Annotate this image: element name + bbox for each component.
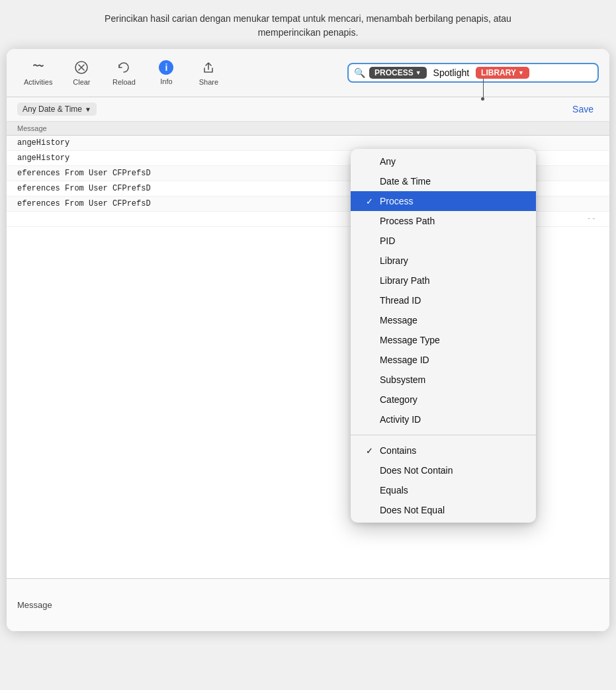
menu-item-category-label: Category [380, 394, 418, 405]
menu-item-activity-id[interactable]: Activity ID [351, 410, 536, 429]
menu-item-does-not-equal[interactable]: Does Not Equal [351, 500, 536, 520]
search-bar[interactable]: 🔍 PROCESS ▼ Spotlight LIBRARY ▼ [347, 63, 599, 83]
menu-item-date-time[interactable]: Date & Time [351, 171, 536, 191]
menu-item-thread-id-label: Thread ID [380, 295, 421, 306]
spotlight-token[interactable]: Spotlight [431, 67, 472, 78]
menu-item-message-type[interactable]: Message Type [351, 330, 536, 350]
activities-label: Activities [24, 78, 52, 86]
menu-item-message-id-label: Message ID [380, 355, 429, 365]
share-button[interactable]: Share [189, 56, 228, 90]
menu-item-pid[interactable]: PID [351, 231, 536, 251]
menu-item-thread-id[interactable]: Thread ID [351, 290, 536, 310]
menu-item-equals[interactable]: Equals [351, 480, 536, 500]
menu-item-library-path-label: Library Path [380, 275, 429, 286]
reload-button[interactable]: Reload [104, 56, 144, 90]
menu-item-process-path[interactable]: Process Path [351, 211, 536, 231]
menu-item-subsystem-label: Subsystem [380, 374, 425, 385]
menu-item-category[interactable]: Category [351, 390, 536, 410]
menu-item-subsystem[interactable]: Subsystem [351, 370, 536, 390]
menu-item-library[interactable]: Library [351, 251, 536, 271]
check-process: ✓ [364, 196, 374, 206]
date-time-selector[interactable]: Any Date & Time ▼ [17, 103, 97, 116]
tooltip-text: Perincikan hasil carian dengan menukar t… [0, 0, 616, 49]
menu-item-process-label: Process [380, 196, 414, 206]
info-label: Info [160, 77, 172, 85]
callout-dot [481, 97, 484, 101]
menu-item-process-path-label: Process Path [380, 216, 435, 226]
menu-item-equals-label: Equals [380, 485, 408, 496]
activities-button[interactable]: Activities [17, 56, 59, 90]
detail-panel: Message [7, 578, 609, 631]
date-token-arrow: ▼ [85, 106, 91, 113]
menu-item-does-not-contain[interactable]: Does Not Contain [351, 460, 536, 480]
clear-label: Clear [73, 78, 90, 86]
share-label: Share [199, 78, 218, 86]
menu-item-process[interactable]: ✓ Process [351, 191, 536, 211]
menu-item-any-label: Any [380, 156, 396, 167]
activities-icon [30, 60, 46, 75]
library-token-arrow: ▼ [518, 69, 524, 76]
reload-label: Reload [112, 78, 136, 86]
menu-item-does-not-contain-label: Does Not Contain [380, 465, 453, 476]
process-token[interactable]: PROCESS ▼ [369, 67, 427, 79]
menu-item-contains[interactable]: ✓ Contains [351, 441, 536, 460]
menu-item-library-path[interactable]: Library Path [351, 271, 536, 290]
menu-item-message-id[interactable]: Message ID [351, 350, 536, 370]
detail-label: Message [17, 600, 52, 610]
process-token-arrow: ▼ [416, 69, 421, 76]
menu-item-message[interactable]: Message [351, 310, 536, 330]
message-column-header: Message [17, 124, 599, 132]
reload-icon [116, 60, 132, 75]
search-icon: 🔍 [354, 67, 365, 78]
callout-line [483, 78, 484, 98]
menu-item-pid-label: PID [380, 236, 395, 246]
toolbar: Activities Clear Reload i [7, 49, 609, 97]
share-icon [200, 60, 216, 75]
library-token[interactable]: LIBRARY ▼ [476, 67, 529, 79]
table-headers: Message [7, 122, 609, 136]
menu-item-any[interactable]: Any [351, 151, 536, 171]
dropdown-menu: Any Date & Time ✓ Process Process Path P… [351, 149, 536, 523]
menu-item-activity-id-label: Activity ID [380, 414, 421, 425]
menu-item-library-label: Library [380, 255, 408, 266]
check-contains: ✓ [364, 446, 374, 456]
save-button[interactable]: Save [567, 101, 599, 117]
menu-item-does-not-equal-label: Does Not Equal [380, 505, 445, 515]
menu-item-message-label: Message [380, 315, 418, 325]
menu-item-message-type-label: Message Type [380, 335, 440, 345]
clear-icon [73, 60, 89, 75]
menu-divider [351, 435, 536, 435]
clear-button[interactable]: Clear [62, 56, 101, 90]
menu-item-date-time-label: Date & Time [380, 176, 431, 187]
date-token[interactable]: Any Date & Time ▼ [17, 103, 97, 116]
info-icon: i [159, 60, 173, 75]
menu-item-contains-label: Contains [380, 445, 416, 456]
info-button[interactable]: i Info [146, 56, 186, 89]
sub-toolbar: Any Date & Time ▼ Save [7, 97, 609, 122]
